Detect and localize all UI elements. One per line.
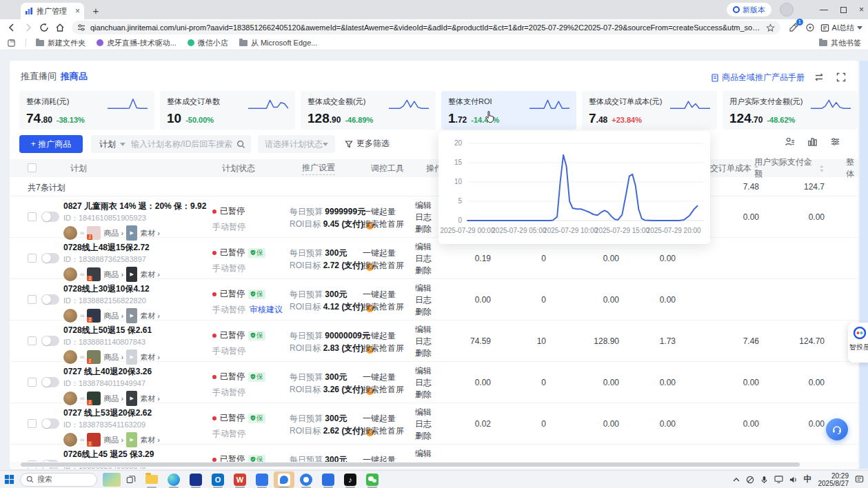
site-settings-icon[interactable]	[77, 23, 85, 32]
tool-link[interactable]: 一键起量	[363, 205, 418, 218]
store-app-icon[interactable]	[185, 471, 206, 488]
other-bookmarks[interactable]: 其他书签	[819, 38, 861, 48]
material-link[interactable]: 素材 ›	[140, 311, 160, 321]
material-link[interactable]: 素材 ›	[140, 270, 160, 280]
row-checkbox[interactable]	[28, 419, 37, 428]
reload-button[interactable]	[38, 21, 50, 34]
browser-tab[interactable]: 推广管理 ×	[21, 3, 84, 19]
row-checkbox[interactable]	[28, 336, 37, 345]
bookmark-item[interactable]: 虎牙直播-技术驱动...	[97, 38, 176, 48]
stat-card-5[interactable]: 用户实际支付金额(元)124.70-48.62%	[723, 91, 858, 130]
bookmark-item[interactable]: 从 Microsoft Edge...	[239, 38, 318, 48]
plan-title[interactable]: 0727 线上40退20保3.26	[63, 366, 208, 378]
row-checkbox[interactable]	[28, 295, 37, 304]
taskbar-clock[interactable]: 20:29 2025/8/27	[818, 472, 849, 487]
plan-status-select[interactable]: 请选择计划状态	[258, 135, 335, 153]
plan-title[interactable]: 0727 线上53退20保2.62	[63, 407, 208, 419]
tool-link[interactable]: 搜索抢首屏	[363, 342, 418, 354]
close-button[interactable]: ×	[859, 5, 864, 14]
select-all-checkbox[interactable]	[28, 163, 37, 172]
add-promotion-button[interactable]: + 推广商品	[19, 135, 83, 153]
material-link[interactable]: 素材 ›	[140, 435, 160, 445]
wechat-icon[interactable]	[362, 471, 383, 488]
product-link[interactable]: 商品 ›	[103, 394, 123, 404]
plan-title[interactable]: 0726线上45 退25 保3.29	[63, 449, 208, 460]
maximize-button[interactable]	[840, 7, 847, 13]
tool-link[interactable]: 一键起量	[363, 288, 418, 301]
tool-link[interactable]: 一键起量	[363, 329, 418, 342]
ai-summary-button[interactable]: AI总结	[820, 21, 862, 34]
sort-icon[interactable]	[819, 165, 825, 172]
layout-switch-icon[interactable]	[813, 71, 825, 83]
table-settings-icon[interactable]	[830, 136, 840, 147]
tab-products[interactable]: 推商品	[61, 70, 88, 83]
tool-link[interactable]: 一键起量	[363, 247, 418, 259]
manual-link[interactable]: 商品全域推广产品手册	[711, 72, 805, 83]
extension-icon[interactable]: 1	[787, 21, 800, 34]
plan-toggle[interactable]	[41, 294, 59, 305]
tool-link[interactable]: 一键起量	[363, 371, 418, 383]
blue-circle-app-icon[interactable]	[296, 471, 316, 488]
file-explorer-icon[interactable]	[141, 471, 162, 488]
outlook-icon[interactable]: O	[208, 471, 228, 488]
row-checkbox[interactable]	[28, 254, 37, 263]
product-link[interactable]: 商品 ›	[103, 311, 123, 321]
microphone-icon[interactable]	[760, 476, 768, 484]
tool-link[interactable]: 一键起量	[363, 412, 418, 425]
new-version-button[interactable]: 新版本	[727, 3, 771, 17]
douyin-icon[interactable]: ♪	[340, 471, 361, 488]
review-suggestion-link[interactable]: 审核建议	[250, 304, 283, 316]
plan-title[interactable]: 0827 儿童雨衣 14% 退：20% 保：9.92	[63, 201, 208, 212]
plan-toggle[interactable]	[41, 418, 59, 429]
new-tab-button[interactable]: +	[90, 5, 102, 17]
address-bar[interactable]: qianchuan.jinritemai.com/uni-prom?aavid=…	[72, 21, 780, 34]
custom-columns-icon[interactable]	[807, 136, 818, 147]
plan-toggle[interactable]	[41, 212, 59, 222]
widgets-weather-icon[interactable]	[103, 473, 121, 487]
stat-card-4[interactable]: 整体成交订单成本(元)7.48+23.84%	[582, 91, 717, 130]
word-app-icon[interactable]: W	[230, 471, 250, 488]
minimize-button[interactable]: —	[820, 5, 828, 14]
plan-title[interactable]: 0728线上30退10保4.12	[63, 283, 208, 295]
extensions-puzzle-icon[interactable]	[804, 21, 816, 34]
active-chat-app-icon[interactable]	[274, 471, 294, 488]
blue-tile-app-icon[interactable]	[252, 471, 272, 488]
material-link[interactable]: 素材 ›	[140, 228, 160, 238]
blue-doc-app-icon[interactable]	[318, 471, 339, 488]
tool-link[interactable]: 搜索抢首屏	[363, 425, 418, 437]
plan-title[interactable]: 0728线上50退15 保2.61	[63, 325, 208, 336]
fullscreen-icon[interactable]	[835, 71, 847, 83]
plan-toggle[interactable]	[41, 253, 59, 263]
tool-link[interactable]: 搜索抢首屏	[363, 218, 418, 230]
start-button[interactable]	[4, 474, 14, 485]
plan-title[interactable]: 0728线上48退15保2.72	[63, 242, 208, 254]
row-checkbox[interactable]	[28, 378, 37, 387]
stat-card-1[interactable]: 整体成交订单数10-50.00%	[160, 91, 295, 130]
stat-card-3[interactable]: 整体支付ROI1.72-14.43%	[441, 91, 576, 130]
product-link[interactable]: 商品 ›	[103, 352, 123, 363]
search-icon[interactable]	[236, 140, 245, 149]
product-link[interactable]: 商品 ›	[103, 270, 123, 280]
plan-search-input[interactable]	[130, 139, 236, 150]
bookmark-item[interactable]: 新建文件夹	[36, 38, 85, 48]
stat-card-2[interactable]: 整体成交金额(元)128.90-46.89%	[301, 91, 436, 130]
forward-button[interactable]	[22, 21, 34, 34]
display-icon[interactable]	[774, 476, 783, 483]
plan-toggle[interactable]	[41, 377, 59, 387]
taskbar-search[interactable]: 搜索	[20, 473, 97, 487]
horizontal-scrollbar[interactable]	[10, 462, 858, 467]
tab-live-room[interactable]: 推直播间	[21, 70, 57, 83]
notification-center-icon[interactable]	[855, 475, 864, 484]
tray-expand-icon[interactable]	[733, 477, 740, 482]
back-button[interactable]	[6, 21, 18, 34]
home-button[interactable]	[54, 21, 66, 34]
bookmark-star-icon[interactable]	[766, 23, 775, 32]
task-view-icon[interactable]	[126, 475, 136, 485]
bookmark-item[interactable]: 微信小店	[188, 38, 228, 48]
plan-toggle[interactable]	[41, 336, 59, 346]
tool-link[interactable]: 搜索抢首屏	[363, 383, 418, 396]
customer-service-button[interactable]	[826, 418, 848, 440]
header-user-pay[interactable]: 用户实际支付金额	[754, 159, 825, 177]
volume-icon[interactable]	[789, 476, 798, 484]
side-drawer-strip[interactable]	[860, 61, 868, 469]
